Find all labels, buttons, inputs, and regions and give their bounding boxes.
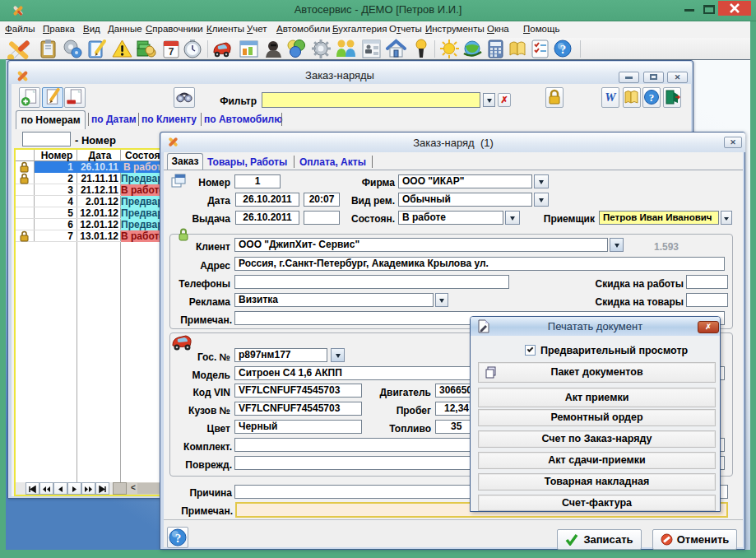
svg-text:?: ? bbox=[175, 532, 182, 545]
svg-text:?: ? bbox=[649, 91, 655, 104]
svg-text:?: ? bbox=[560, 43, 567, 56]
svg-text:7: 7 bbox=[169, 46, 174, 58]
